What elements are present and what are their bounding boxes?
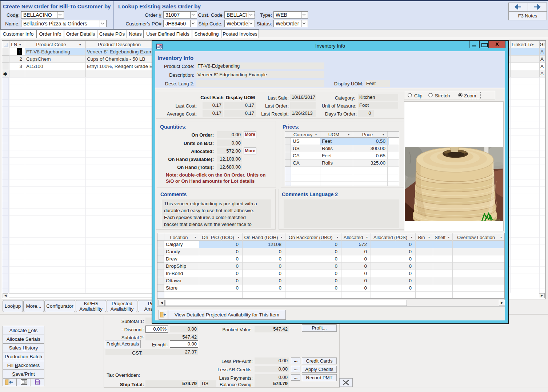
svg-text:nlwood: nlwood <box>493 219 500 221</box>
